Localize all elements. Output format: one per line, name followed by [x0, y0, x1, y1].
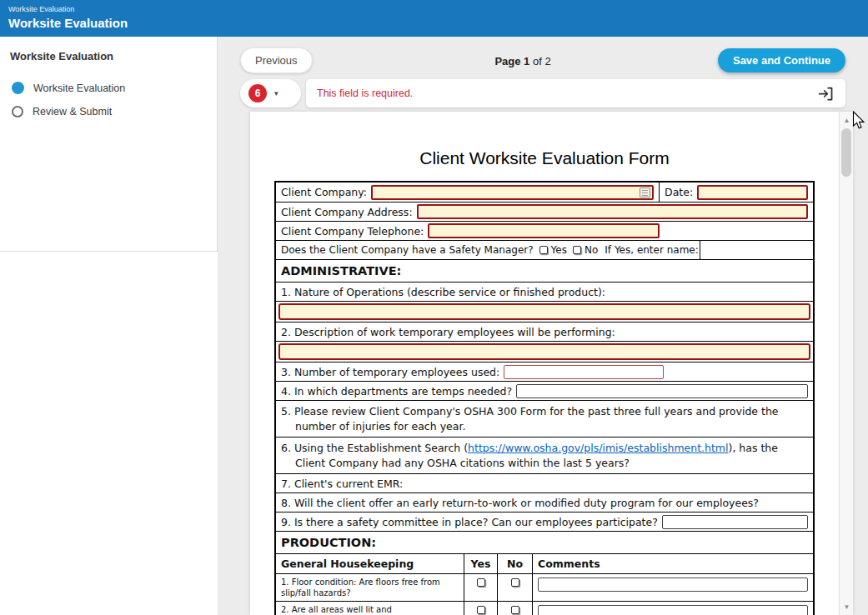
- comments-cell: [533, 574, 813, 601]
- question-2-answer-row: [276, 341, 813, 362]
- no-label: No: [585, 244, 598, 256]
- address-input[interactable]: [417, 204, 808, 219]
- sidebar-item-worksite-evaluation[interactable]: Worksite Evaluation: [10, 76, 207, 100]
- scroll-down-icon[interactable]: ▼: [840, 600, 853, 613]
- telephone-input[interactable]: [428, 223, 660, 238]
- error-message-bar: This field is required.: [306, 79, 845, 108]
- page-title: Worksite Evaluation: [8, 16, 860, 30]
- jump-to-field-icon[interactable]: [817, 85, 835, 102]
- sidebar-item-review-submit[interactable]: Review & Submit: [10, 100, 207, 123]
- column-header-general-housekeeping: General Housekeeping: [276, 554, 464, 573]
- question-6-row: 6. Using the Establishment Search (https…: [276, 437, 813, 473]
- scroll-up-icon[interactable]: ▲: [840, 113, 853, 127]
- sidebar-item-label: Review & Submit: [33, 106, 112, 118]
- address-label: Client Company Address:: [281, 206, 413, 218]
- yes-checkbox[interactable]: [477, 606, 485, 614]
- main-area: Previous Page 1 of 2 Save and Continue 6…: [218, 37, 868, 615]
- production-question-cell: 1. Floor condition: Are floors free from…: [276, 574, 464, 601]
- if-yes-label: If Yes, enter name:: [605, 244, 698, 256]
- client-company-row: Client Company: Date:: [276, 182, 813, 202]
- form-table: Client Company: Date: Client Company Ad: [274, 181, 815, 615]
- question-9-label: 9. Is there a safety committee in place?…: [281, 516, 658, 528]
- question-7-row: 7. Client's current EMR:: [276, 473, 813, 492]
- client-company-label: Client Company:: [281, 186, 367, 198]
- client-company-input[interactable]: [371, 185, 654, 200]
- column-header-yes: Yes: [464, 554, 498, 573]
- top-bar: Worksite Evaluation Worksite Evaluation: [0, 0, 868, 37]
- date-cell: Date:: [659, 182, 813, 202]
- question-2-input[interactable]: [278, 343, 810, 360]
- question-9-input[interactable]: [662, 515, 808, 529]
- telephone-label: Client Company Telephone:: [281, 225, 424, 238]
- production-table-header: General Housekeeping Yes No Comments: [276, 553, 813, 573]
- date-input[interactable]: [697, 185, 808, 200]
- telephone-row: Client Company Telephone:: [276, 221, 813, 240]
- section-production: PRODUCTION:: [276, 531, 813, 553]
- production-question-text: 1. Floor condition: Are floors free from…: [281, 577, 459, 598]
- sidebar-item-label: Worksite Evaluation: [33, 82, 125, 94]
- question-4-row: 4. In which departments are temps needed…: [276, 381, 813, 400]
- osha-establishment-link[interactable]: https://www.osha.gov/pls/imis/establishm…: [468, 442, 728, 454]
- column-header-comments: Comments: [533, 554, 813, 573]
- production-question-text: 2. Are all areas well lit and: [281, 604, 459, 615]
- yes-label: Yes: [551, 244, 567, 256]
- production-question-cell: 2. Are all areas well lit and: [276, 602, 464, 615]
- page-current: Page 1: [494, 55, 529, 68]
- error-count-badge[interactable]: 6: [248, 84, 267, 102]
- yes-checkbox[interactable]: [477, 578, 485, 587]
- chevron-down-icon[interactable]: ▾: [274, 89, 278, 98]
- no-cell: [498, 574, 533, 601]
- form-title: Client Worksite Evaluation Form: [250, 148, 839, 168]
- question-1-row: 1. Nature of Operations (describe servic…: [276, 282, 813, 301]
- comments-cell: [533, 602, 813, 615]
- page-indicator: Page 1 of 2: [494, 55, 550, 68]
- breadcrumb: Worksite Evaluation: [8, 5, 860, 13]
- page-total: of 2: [533, 55, 551, 68]
- document-viewport: Client Worksite Evaluation Form Client C…: [250, 112, 853, 615]
- yes-cell: [464, 602, 498, 615]
- question-3-label: 3. Number of temporary employees used:: [281, 366, 499, 378]
- safety-manager-cell: Does the Client Company have a Safety Ma…: [276, 242, 700, 258]
- column-header-no: No: [498, 554, 533, 573]
- question-6-text-pre: 6. Using the Establishment Search (: [281, 442, 468, 454]
- yes-cell: [464, 574, 498, 601]
- question-9-row: 9. Is there a safety committee in place?…: [276, 512, 813, 531]
- client-company-cell: Client Company:: [276, 183, 659, 202]
- safety-manager-name-input[interactable]: [700, 241, 813, 259]
- table-row: 1. Floor condition: Are floors free from…: [276, 573, 813, 601]
- field-addon-icon: [640, 188, 650, 198]
- address-row: Client Company Address:: [276, 202, 813, 221]
- form-page: Client Worksite Evaluation Form Client C…: [250, 112, 839, 615]
- question-2-row: 2. Description of work temporary employe…: [276, 322, 813, 341]
- previous-button[interactable]: Previous: [240, 48, 313, 73]
- question-1-answer-row: [276, 301, 813, 322]
- save-and-continue-button[interactable]: Save and Continue: [718, 48, 845, 72]
- question-3-input[interactable]: [504, 365, 664, 379]
- question-5-row: 5. Please review Client Company's OSHA 3…: [276, 400, 813, 437]
- no-cell: [498, 602, 533, 615]
- safety-manager-yes-checkbox[interactable]: [539, 246, 548, 254]
- sidebar: Worksite Evaluation Worksite Evaluation …: [0, 37, 218, 252]
- step-inactive-radio-icon: [12, 106, 23, 118]
- no-checkbox[interactable]: [511, 606, 519, 614]
- comment-input[interactable]: [538, 605, 808, 615]
- table-row: 2. Are all areas well lit and: [276, 601, 813, 615]
- error-message-text: This field is required.: [317, 88, 817, 99]
- question-1-input[interactable]: [278, 303, 810, 320]
- question-8-row: 8. Will the client offer an early return…: [276, 492, 813, 512]
- sidebar-heading: Worksite Evaluation: [10, 50, 207, 62]
- safety-manager-label: Does the Client Company have a Safety Ma…: [281, 244, 534, 256]
- comment-input[interactable]: [538, 578, 808, 592]
- error-navigator[interactable]: 6 ▾: [240, 79, 301, 108]
- step-active-radio-icon: [12, 82, 24, 94]
- date-label: Date:: [665, 186, 693, 198]
- scrollbar[interactable]: ▲ ▼: [839, 112, 853, 615]
- scrollbar-thumb[interactable]: [841, 128, 851, 177]
- question-4-label: 4. In which departments are temps needed…: [281, 385, 512, 398]
- safety-manager-no-checkbox[interactable]: [573, 246, 581, 254]
- question-4-input[interactable]: [516, 384, 808, 398]
- section-administrative: ADMINISTRATIVE:: [276, 259, 813, 282]
- safety-manager-row: Does the Client Company have a Safety Ma…: [276, 240, 813, 259]
- question-3-row: 3. Number of temporary employees used:: [276, 362, 813, 381]
- no-checkbox[interactable]: [511, 578, 519, 587]
